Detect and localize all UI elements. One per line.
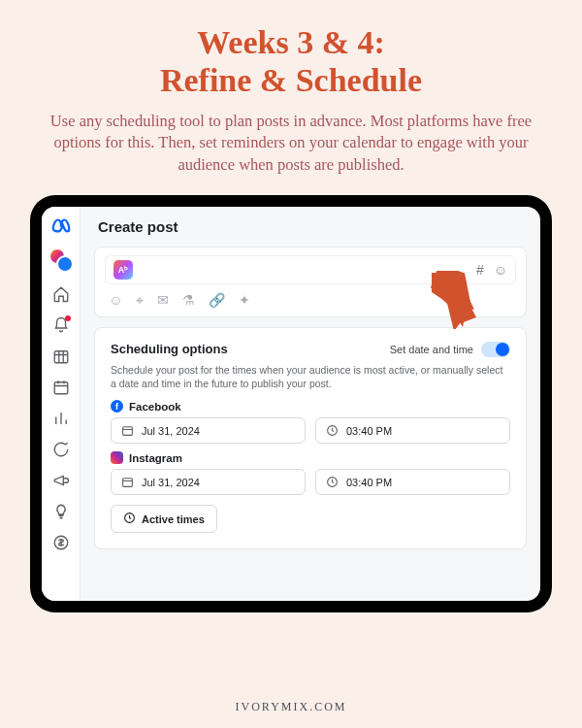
page-headline: Weeks 3 & 4: Refine & Schedule	[160, 23, 422, 99]
headline-line-2: Refine & Schedule	[160, 62, 422, 98]
instagram-date-value: Jul 31, 2024	[142, 477, 200, 488]
bell-icon[interactable]	[51, 315, 71, 335]
home-icon[interactable]	[51, 284, 71, 304]
toggle-label: Set date and time	[390, 344, 473, 355]
sparkle-icon[interactable]: ✦	[239, 292, 250, 309]
facebook-icon: f	[111, 400, 123, 413]
inbox-icon[interactable]	[51, 440, 71, 459]
meta-logo-icon[interactable]	[50, 215, 72, 236]
ab-test-badge-icon[interactable]: Aᵇ	[113, 260, 133, 280]
set-date-time-toggle[interactable]	[481, 342, 510, 357]
svg-rect-3	[123, 427, 133, 436]
instagram-icon	[111, 451, 123, 464]
emoji-icon[interactable]: ☺	[494, 262, 507, 278]
calendar-icon[interactable]	[51, 378, 71, 397]
facebook-date-value: Jul 31, 2024	[142, 425, 200, 437]
compose-toolbar-card: Aᵇ # ☺ ☺ ⌖ ✉ ⚗ 🔗 ✦	[94, 247, 527, 317]
ads-icon[interactable]	[51, 471, 71, 490]
clock-small-icon	[326, 424, 339, 437]
page-description: Use any scheduling tool to plan posts in…	[29, 111, 553, 176]
scheduling-title: Scheduling options	[111, 342, 228, 356]
compose-icon-row: ☺ ⌖ ✉ ⚗ 🔗 ✦	[105, 292, 516, 309]
facebook-time-value: 03:40 PM	[346, 425, 392, 437]
compose-top-row: Aᵇ # ☺	[105, 255, 516, 284]
calendar-small-icon	[121, 476, 134, 488]
clock-small-icon	[326, 476, 339, 488]
nav-rail	[42, 207, 81, 601]
account-avatar-stack[interactable]	[48, 248, 74, 273]
monetization-icon[interactable]	[51, 533, 71, 552]
facebook-date-field[interactable]: Jul 31, 2024	[111, 417, 306, 444]
app-screen: Create post Aᵇ # ☺ ☺ ⌖ ✉ ⚗ 🔗	[42, 207, 540, 601]
idea-icon[interactable]	[51, 502, 71, 521]
instagram-label: Instagram	[111, 451, 510, 464]
calendar-small-icon	[121, 424, 134, 437]
page-title: Create post	[98, 218, 527, 235]
flask-icon[interactable]: ⚗	[182, 292, 195, 309]
insights-icon[interactable]	[51, 409, 71, 428]
main-column: Create post Aᵇ # ☺ ☺ ⌖ ✉ ⚗ 🔗	[81, 207, 540, 601]
feeling-icon[interactable]: ☺	[109, 292, 122, 309]
facebook-label: f Facebook	[111, 400, 510, 413]
active-times-label: Active times	[142, 513, 205, 525]
messenger-icon[interactable]: ✉	[157, 292, 169, 309]
clock-small-icon	[123, 512, 136, 526]
hashtag-icon[interactable]: #	[476, 262, 484, 278]
headline-line-1: Weeks 3 & 4:	[197, 24, 385, 60]
instagram-time-field[interactable]: 03:40 PM	[315, 469, 510, 495]
planner-icon[interactable]	[51, 347, 71, 366]
scheduling-description: Schedule your post for the times when yo…	[111, 363, 510, 390]
facebook-name: Facebook	[129, 401, 181, 413]
location-pin-icon[interactable]: ⌖	[136, 292, 144, 309]
tablet-device-frame: Create post Aᵇ # ☺ ☺ ⌖ ✉ ⚗ 🔗	[30, 195, 552, 612]
link-icon[interactable]: 🔗	[209, 292, 225, 309]
scheduling-card: Scheduling options Set date and time Sch…	[94, 327, 527, 549]
instagram-time-value: 03:40 PM	[346, 477, 392, 488]
instagram-date-field[interactable]: Jul 31, 2024	[111, 469, 306, 495]
facebook-time-field[interactable]: 03:40 PM	[315, 417, 510, 444]
instagram-name: Instagram	[129, 452, 182, 464]
footer-brand: IVORYMIX.COM	[235, 686, 346, 714]
active-times-button[interactable]: Active times	[111, 505, 217, 533]
svg-rect-0	[54, 351, 68, 363]
svg-rect-5	[123, 479, 133, 487]
svg-rect-1	[54, 382, 68, 394]
